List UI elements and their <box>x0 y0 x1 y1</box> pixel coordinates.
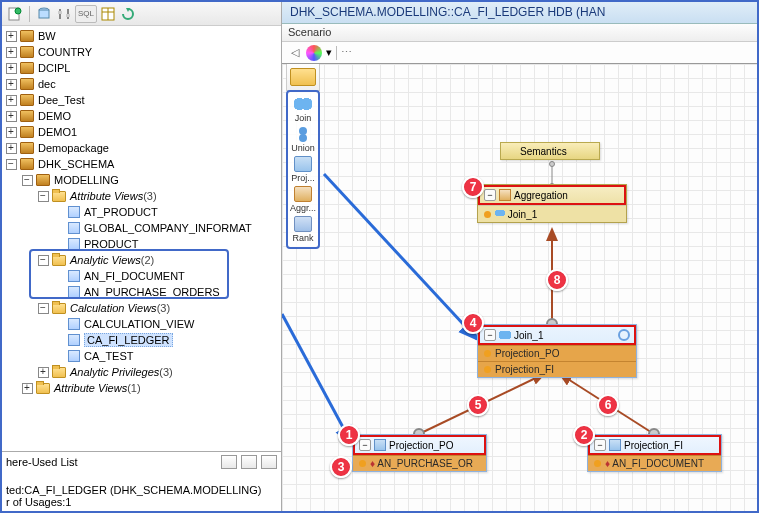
tree-label[interactable]: CALCULATION_VIEW <box>84 318 194 330</box>
collapse-icon[interactable] <box>38 303 49 314</box>
badge-7: 7 <box>462 176 484 198</box>
collapse-node-icon[interactable]: − <box>484 329 496 341</box>
package-icon <box>20 126 34 138</box>
tree-item-modelling: MODELLING <box>4 172 281 188</box>
aggr-icon <box>294 186 312 202</box>
expand-icon[interactable] <box>6 31 17 42</box>
view-icon <box>68 238 80 250</box>
tree-label[interactable]: AN_PURCHASE_ORDERS <box>84 286 220 298</box>
palette-union[interactable]: Union <box>288 126 318 153</box>
tree-label[interactable]: Attribute Views <box>54 382 127 394</box>
new-icon[interactable] <box>6 5 24 23</box>
where-used-selected: ted:CA_FI_LEDGER (DHK_SCHEMA.MODELLING) <box>6 484 277 496</box>
tree-item-attrviews: Attribute Views(3) <box>4 188 281 204</box>
collapse-node-icon[interactable]: − <box>484 189 496 201</box>
bullet-icon <box>484 350 491 357</box>
expand-icon[interactable] <box>6 143 17 154</box>
tuning-icon[interactable] <box>55 5 73 23</box>
collapse-icon[interactable] <box>38 191 49 202</box>
view-icon <box>68 206 80 218</box>
folder-icon <box>36 383 50 394</box>
tree-item-dec: dec <box>4 76 281 92</box>
max-icon[interactable] <box>261 455 277 469</box>
tree-label[interactable]: GLOBAL_COMPANY_INFORMAT <box>84 222 252 234</box>
expand-icon[interactable] <box>6 79 17 90</box>
sql-icon[interactable]: SQL <box>75 5 97 23</box>
collapse-icon[interactable] <box>6 159 17 170</box>
tree-label[interactable]: CA_TEST <box>84 350 134 362</box>
palette-gear-icon[interactable] <box>306 45 322 61</box>
canvas[interactable]: Join Union Proj... Aggr... Rank <box>282 64 757 511</box>
view-icon <box>68 286 80 298</box>
node-proj-po[interactable]: −Projection_PO ♦ AN_PURCHASE_OR <box>352 434 487 472</box>
palette-label: Join <box>295 113 312 123</box>
view-icon <box>68 270 80 282</box>
tree-label[interactable]: DEMO1 <box>38 126 77 138</box>
palette-aggr[interactable]: Aggr... <box>288 186 318 213</box>
proj-icon <box>609 439 621 451</box>
palette-folder-icon[interactable] <box>290 68 316 86</box>
bullet-icon <box>359 460 366 467</box>
collapse-icon[interactable] <box>38 255 49 266</box>
svg-rect-7 <box>66 14 70 17</box>
folder-icon <box>52 255 66 266</box>
where-used-usages: r of Usages:1 <box>6 496 277 508</box>
collapse-icon[interactable] <box>22 175 33 186</box>
node-proj-fi[interactable]: −Projection_FI ♦ AN_FI_DOCUMENT <box>587 434 722 472</box>
node-label: Projection_FI <box>624 440 683 451</box>
palette-proj[interactable]: Proj... <box>288 156 318 183</box>
tree-item-deetest: Dee_Test <box>4 92 281 108</box>
package-icon <box>36 174 50 186</box>
tree-label[interactable]: Analytic Views <box>70 254 141 266</box>
collapse-node-icon[interactable]: − <box>359 439 371 451</box>
tree-label[interactable]: CA_FI_LEDGER <box>84 333 173 347</box>
expand-icon[interactable] <box>38 367 49 378</box>
palette-label: Rank <box>292 233 313 243</box>
tree-label[interactable]: AN_FI_DOCUMENT <box>84 270 185 282</box>
tree-label[interactable]: COUNTRY <box>38 46 92 58</box>
proj-icon <box>294 156 312 172</box>
package-icon <box>20 30 34 42</box>
chevron-down-icon[interactable]: ▾ <box>326 46 332 59</box>
min-icon[interactable] <box>241 455 257 469</box>
tree-item-globalcompany: GLOBAL_COMPANY_INFORMAT <box>4 220 281 236</box>
tree-label[interactable]: DEMO <box>38 110 71 122</box>
expand-icon[interactable] <box>6 111 17 122</box>
tree-label[interactable]: dec <box>38 78 56 90</box>
palette-join[interactable]: Join <box>288 96 318 123</box>
table-icon[interactable] <box>99 5 117 23</box>
tree-label[interactable]: PRODUCT <box>84 238 138 250</box>
palette-label: Proj... <box>291 173 315 183</box>
tree-label[interactable]: Analytic Privileges <box>70 366 159 378</box>
expand-icon[interactable] <box>22 383 33 394</box>
tree[interactable]: BW COUNTRY DCIPL dec Dee_Test DEMO DEMO1… <box>2 26 281 451</box>
collapse-node-icon[interactable]: − <box>594 439 606 451</box>
tree-label[interactable]: DCIPL <box>38 62 70 74</box>
expand-icon[interactable] <box>6 47 17 58</box>
dots-icon[interactable]: ⋯ <box>341 46 354 59</box>
tree-label[interactable]: DHK_SCHEMA <box>38 158 114 170</box>
bullet-icon <box>594 460 601 467</box>
refresh-icon[interactable] <box>119 5 137 23</box>
node-semantics[interactable]: Semantics <box>500 142 600 160</box>
tree-item-calcviews: Calculation Views(3) <box>4 300 281 316</box>
tree-label[interactable]: AT_PRODUCT <box>84 206 158 218</box>
back-icon[interactable]: ◁ <box>288 46 302 60</box>
tree-label[interactable]: Dee_Test <box>38 94 84 106</box>
tree-label[interactable]: BW <box>38 30 56 42</box>
tree-count: (1) <box>127 382 140 394</box>
tree-label[interactable]: Attribute Views <box>70 190 143 202</box>
tree-label[interactable]: Demopackage <box>38 142 109 154</box>
expand-icon[interactable] <box>6 127 17 138</box>
expand-icon[interactable] <box>6 63 17 74</box>
pin-icon[interactable] <box>221 455 237 469</box>
package-icon <box>20 142 34 154</box>
tree-label[interactable]: MODELLING <box>54 174 119 186</box>
tree-item-cafi: CA_FI_LEDGER <box>4 332 281 348</box>
palette-rank[interactable]: Rank <box>288 216 318 243</box>
expand-icon[interactable] <box>6 95 17 106</box>
node-join1[interactable]: −Join_1 Projection_PO Projection_FI <box>477 324 637 378</box>
tree-label[interactable]: Calculation Views <box>70 302 157 314</box>
db-icon[interactable] <box>35 5 53 23</box>
node-aggregation[interactable]: −Aggregation Join_1 <box>477 184 627 223</box>
